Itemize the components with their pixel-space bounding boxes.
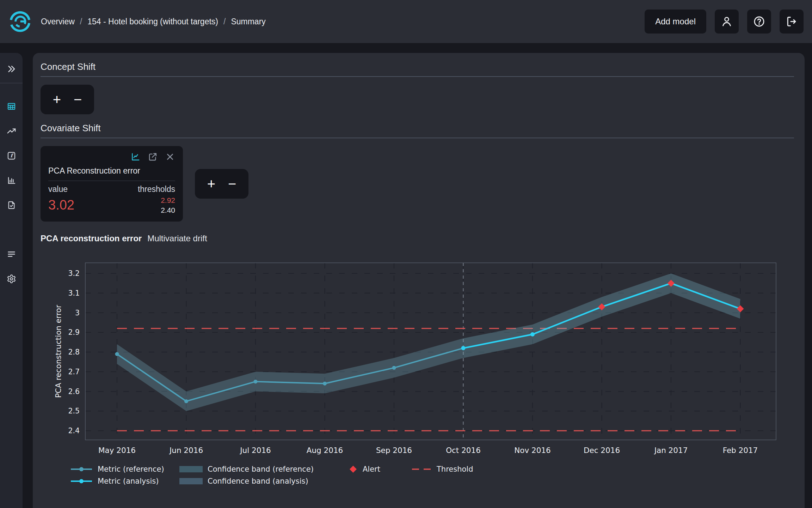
breadcrumb-summary[interactable]: Summary (231, 17, 265, 26)
metric-marker (254, 380, 258, 383)
svg-text:f: f (10, 153, 14, 158)
sidebar-item-settings-icon[interactable] (7, 274, 16, 284)
metric-marker (184, 399, 188, 403)
value-label: value (48, 185, 74, 194)
sidebar-item-report-check-icon[interactable] (7, 200, 16, 210)
legend-item-metric-analysis[interactable]: Metric (analysis) (70, 477, 179, 485)
covariate-shift-zoom-controls: + − (195, 169, 248, 199)
legend-alert-swatch (349, 465, 358, 473)
legend-label: Metric (analysis) (98, 477, 159, 485)
logout-icon (786, 16, 798, 28)
legend-item-metric-reference[interactable]: Metric (reference) (70, 465, 179, 473)
y-tick-label: 2.5 (68, 407, 80, 415)
sidebar-bottom-nav (7, 249, 16, 284)
legend-item-threshold[interactable]: Threshold (412, 465, 794, 473)
covariate-shift-row: PCA Reconstruction error value 3.02 thre… (41, 146, 794, 222)
y-tick-label: 2.7 (68, 368, 80, 376)
legend-item-confidence-band-analysis[interactable]: Confidence band (analysis) (179, 477, 349, 485)
legend-row: Metric (reference)Confidence band (refer… (70, 465, 794, 473)
breadcrumb-model[interactable]: 154 - Hotel booking (without targets) (87, 17, 218, 26)
y-tick-label: 3.2 (68, 269, 80, 278)
nannyml-logo[interactable] (8, 10, 32, 33)
open-external-icon[interactable] (148, 152, 158, 162)
x-tick-label: Jun 2016 (169, 446, 203, 455)
pca-drift-chart: 3.23.132.92.82.72.62.52.4May 2016Jun 201… (41, 248, 794, 485)
section-divider (41, 76, 794, 77)
help-button[interactable] (747, 10, 771, 34)
sidebar-nav: f (7, 102, 16, 210)
breadcrumb-separator: / (223, 17, 226, 26)
confidence-band (463, 273, 740, 358)
x-tick-label: May 2016 (98, 446, 136, 455)
metric-marker (461, 346, 466, 350)
close-icon[interactable] (165, 152, 175, 162)
navbar-actions: Add model (645, 10, 804, 34)
breadcrumb: Overview / 154 - Hotel booking (without … (41, 17, 266, 26)
metric-marker (115, 352, 119, 356)
sidebar-expand-button[interactable] (7, 64, 16, 74)
covariate-shift-remove-button[interactable]: − (228, 177, 236, 191)
y-tick-label: 2.8 (68, 348, 80, 356)
chart-subtitle: Multivariate drift (147, 234, 207, 243)
sidebar-item-trend-icon[interactable] (7, 126, 16, 136)
concept-shift-title: Concept Shift (41, 61, 794, 72)
y-tick-label: 2.9 (68, 328, 80, 337)
legend-label: Threshold (437, 465, 473, 473)
confidence-band (117, 338, 463, 411)
line-chart-icon[interactable] (130, 152, 141, 162)
x-tick-label: Nov 2016 (514, 446, 551, 455)
sidebar-item-list-icon[interactable] (7, 249, 16, 259)
pca-metric-card: PCA Reconstruction error value 3.02 thre… (41, 146, 183, 222)
y-axis-title: PCA reconstruction error (54, 305, 63, 398)
metric-card-divider (48, 181, 175, 181)
drift-chart-canvas: 3.23.132.92.82.72.62.52.4May 2016Jun 201… (41, 248, 781, 459)
concept-shift-zoom-controls: + − (41, 85, 94, 114)
sidebar: f (0, 53, 23, 508)
concept-shift-add-button[interactable]: + (53, 92, 61, 107)
y-tick-label: 2.6 (68, 387, 80, 396)
legend-label: Metric (reference) (98, 465, 164, 473)
legend-item-confidence-band-reference[interactable]: Confidence band (reference) (179, 465, 349, 473)
legend-row: Metric (analysis)Confidence band (analys… (70, 477, 794, 485)
legend-item-alert[interactable]: Alert (349, 465, 412, 473)
legend-label: Confidence band (reference) (208, 465, 314, 473)
covariate-shift-add-button[interactable]: + (207, 177, 215, 191)
breadcrumb-overview[interactable]: Overview (41, 17, 75, 26)
section-divider (41, 138, 794, 138)
user-icon (721, 16, 733, 28)
x-tick-label: Dec 2016 (584, 446, 620, 455)
main-content: Concept Shift + − Covariate Shift (33, 53, 805, 508)
add-model-button[interactable]: Add model (645, 10, 706, 34)
top-navbar: Overview / 154 - Hotel booking (without … (0, 0, 812, 43)
x-tick-label: Aug 2016 (307, 446, 343, 455)
x-tick-label: Jan 2017 (654, 446, 688, 455)
concept-shift-remove-button[interactable]: − (74, 92, 82, 107)
metric-card-title: PCA Reconstruction error (48, 166, 175, 176)
legend-band-swatch (179, 466, 203, 473)
chart-title: PCA reconstruction error (41, 234, 142, 243)
sidebar-item-data-table-icon[interactable] (7, 102, 16, 111)
metric-value: 3.02 (48, 198, 74, 213)
x-tick-label: Jul 2016 (239, 446, 271, 455)
x-tick-label: Feb 2017 (723, 446, 758, 455)
sidebar-item-bar-chart-icon[interactable] (7, 176, 16, 185)
metric-value-block: value 3.02 (48, 185, 74, 214)
metric-card-values: value 3.02 thresholds 2.92 2.40 (48, 185, 175, 214)
thresholds-label: thresholds (138, 185, 175, 194)
metric-marker (323, 382, 327, 386)
metric-marker (530, 332, 535, 337)
metric-card-actions (48, 152, 175, 162)
sidebar-item-function-icon[interactable]: f (7, 151, 16, 161)
legend-label: Alert (363, 465, 380, 473)
legend-line-swatch (70, 478, 93, 485)
x-tick-label: Sep 2016 (376, 446, 412, 455)
legend-label: Confidence band (analysis) (208, 477, 308, 485)
logout-button[interactable] (780, 10, 804, 34)
y-tick-label: 3 (75, 309, 80, 317)
threshold-upper-value: 2.92 (138, 196, 175, 205)
chart-header: PCA reconstruction error Multivariate dr… (41, 234, 794, 243)
legend-threshold-swatch (412, 466, 432, 473)
legend-band-swatch (179, 478, 203, 485)
user-button[interactable] (715, 10, 739, 34)
legend-line-swatch (70, 466, 93, 473)
